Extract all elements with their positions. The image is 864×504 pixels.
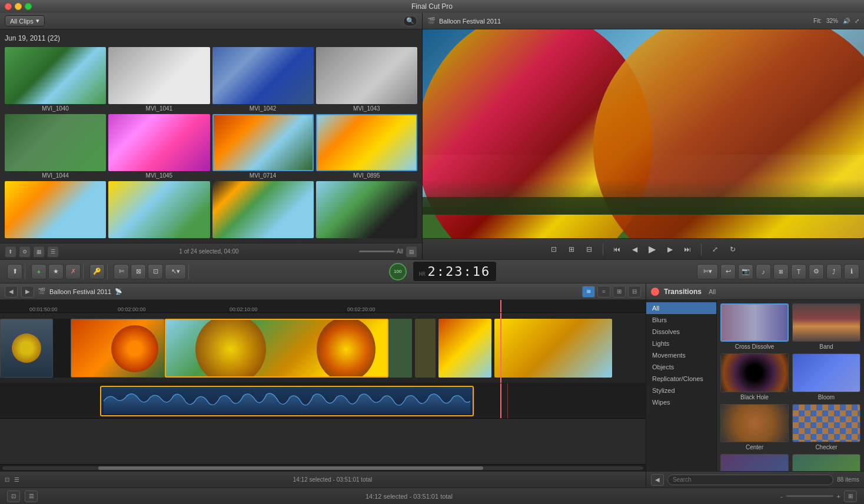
transitions-close-button[interactable] [651, 288, 659, 296]
trim-button[interactable]: ⊠ [131, 264, 146, 279]
step-back-button[interactable]: ◀ [628, 243, 641, 256]
timeline-options-icon[interactable]: ⊟ [628, 286, 641, 298]
category-replicator[interactable]: Replicator/Clones [646, 373, 716, 385]
reject-button[interactable]: ✗ [65, 264, 81, 279]
transitions-search-input[interactable] [667, 475, 833, 485]
zoom-slider[interactable] [359, 251, 394, 252]
browser-search-icon[interactable]: 🔍 [403, 16, 417, 26]
zoom-out-icon[interactable]: - [780, 493, 783, 500]
fit-timeline-button[interactable]: ⊞ [844, 490, 857, 502]
minimize-button[interactable] [15, 3, 22, 10]
fullscreen-button[interactable]: ⤢ [709, 243, 722, 256]
title-button[interactable]: T [791, 264, 806, 279]
transition-black-hole[interactable]: Black Hole [720, 353, 789, 400]
add-to-timeline-button[interactable]: + [31, 264, 46, 279]
viewer-toolbar: 🎬 Balloon Festival 2011 Fit: 32% 🔊 ⤢ [423, 13, 864, 29]
audio-button[interactable]: ♪ [756, 264, 771, 279]
import-icon[interactable]: ⬆ [5, 246, 16, 258]
timecode-value: 2:23:16 [428, 264, 491, 279]
timeline-clip[interactable] [415, 319, 436, 378]
step-forward-button[interactable]: ▶ [663, 243, 676, 256]
timeline-scrollbar[interactable] [0, 464, 646, 471]
keyword-button[interactable]: 🔑 [89, 264, 105, 279]
timeline-icon-btn[interactable]: ⊡ [5, 476, 9, 483]
list-view-icon[interactable]: ☰ [47, 246, 59, 258]
timeline-clip[interactable] [494, 319, 612, 378]
skip-forward-button[interactable]: ⏭ [681, 243, 694, 256]
timeline-clip-selected[interactable] [165, 319, 388, 378]
snap-icon[interactable]: ⊞ [613, 286, 626, 298]
clip-item[interactable]: MVI_1044 [5, 114, 106, 179]
clip-item[interactable]: MVI_1041 [108, 47, 210, 112]
clip-item[interactable]: MVI_0714 [212, 114, 314, 179]
category-all[interactable]: All [646, 302, 716, 314]
audio-clip-selected[interactable] [100, 386, 474, 416]
timeline-clip[interactable] [388, 319, 412, 378]
timeline-tracks[interactable] [0, 313, 646, 464]
fullscreen-icon[interactable]: ⤢ [855, 18, 859, 24]
audio-icon[interactable]: 🔊 [843, 18, 850, 24]
category-lights[interactable]: Lights [646, 338, 716, 349]
close-button[interactable] [5, 3, 12, 10]
import-media-button[interactable]: ⬆ [7, 264, 22, 279]
generator-button[interactable]: ⚙ [809, 264, 824, 279]
clip-item[interactable]: MVI_1043 [316, 47, 417, 112]
position-button[interactable]: ⊡ [148, 264, 163, 279]
audio-waveform-icon[interactable]: ≋ [582, 286, 595, 298]
clip-item[interactable]: MVI_0895 [316, 114, 417, 179]
clip-item[interactable] [108, 181, 210, 239]
share-button[interactable]: ⤴ [826, 264, 842, 279]
clip-list-btn[interactable]: ☰ [14, 476, 19, 483]
transitions-back-button[interactable]: ◀ [651, 474, 664, 486]
crop-button[interactable]: ⊞ [565, 243, 578, 256]
category-movements[interactable]: Movements [646, 349, 716, 361]
category-objects[interactable]: Objects [646, 361, 716, 373]
refresh-button[interactable]: ↻ [726, 243, 739, 256]
transform-button[interactable]: ⊟ [583, 243, 596, 256]
fit-button[interactable]: ⊡ [547, 243, 560, 256]
timeline-clip[interactable] [438, 319, 491, 378]
inspector-button[interactable]: ℹ [844, 264, 859, 279]
timeline-next-button[interactable]: ▶ [21, 286, 34, 298]
zoom-in-icon[interactable]: + [837, 493, 840, 500]
transition-cross-dissolve[interactable]: Cross Dissolve [720, 303, 789, 350]
settings-icon[interactable]: ⚙ [19, 246, 31, 258]
skip-back-button[interactable]: ⏮ [610, 243, 623, 256]
blade-button[interactable]: ✄ [114, 264, 129, 279]
clip-item[interactable] [316, 181, 417, 239]
clip-item[interactable]: MVI_1042 [212, 47, 314, 112]
all-clips-dropdown[interactable]: All Clips ▾ [5, 15, 45, 26]
clip-item[interactable]: MVI_1040 [5, 47, 106, 112]
tool-dropdown[interactable]: ↖▾ [165, 264, 186, 279]
skimmer-icon[interactable]: ≈ [597, 286, 610, 298]
snapshot-button[interactable]: 📷 [738, 264, 753, 279]
clip-item[interactable] [212, 181, 314, 239]
zoom-slider[interactable] [786, 495, 833, 497]
transition-center[interactable]: Center [720, 404, 789, 450]
transition-checker[interactable]: Checker [792, 404, 860, 450]
favorite-button[interactable]: ★ [48, 264, 64, 279]
timeline-clip[interactable] [71, 319, 165, 378]
category-blurs[interactable]: Blurs [646, 314, 716, 326]
blade-tool-button[interactable]: ✄▾ [697, 264, 718, 279]
timeline-prev-button[interactable]: ◀ [5, 286, 18, 298]
play-button[interactable]: ▶ [646, 243, 659, 256]
scrollbar-thumb[interactable] [98, 466, 483, 470]
undo-button[interactable]: ↩ [720, 264, 736, 279]
category-dissolves[interactable]: Dissolves [646, 326, 716, 338]
clip-item[interactable]: MVI_1045 [108, 114, 210, 179]
transition-band[interactable]: Band [792, 303, 860, 350]
clip-item[interactable] [5, 181, 106, 239]
grid-view-icon[interactable]: ▦ [33, 246, 45, 258]
transition-item-8[interactable] [792, 454, 860, 471]
transition-button[interactable]: ⊠ [773, 264, 789, 279]
category-wipes[interactable]: Wipes [646, 396, 716, 408]
filter-icon[interactable]: ▤ [406, 246, 417, 258]
timeline-clip[interactable] [0, 319, 53, 378]
maximize-button[interactable] [25, 3, 32, 10]
status-icon-2[interactable]: ☰ [25, 490, 38, 502]
transition-bloom[interactable]: Bloom [792, 353, 860, 400]
category-stylized[interactable]: Stylized [646, 385, 716, 396]
status-icon-1[interactable]: ⊡ [7, 490, 20, 502]
transition-item-7[interactable] [720, 454, 789, 471]
